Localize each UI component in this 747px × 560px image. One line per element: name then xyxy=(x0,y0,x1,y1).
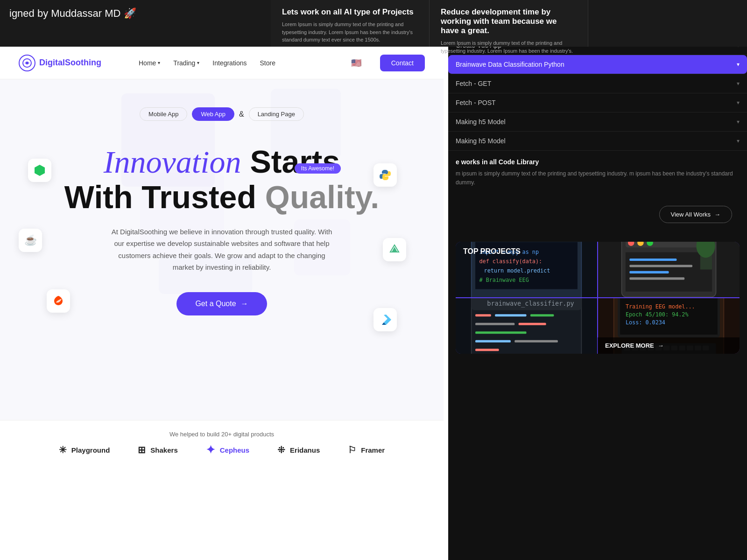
logo-text: DigitalSoothing xyxy=(39,58,101,68)
project-image-2 xyxy=(598,242,740,297)
hero-title-line1: Innovation Starts xyxy=(19,144,425,180)
top-card-2: Reduce development time by working with … xyxy=(430,0,588,47)
cepheus-label: Cepheus xyxy=(220,446,249,454)
shakers-icon: ⊞ xyxy=(138,444,146,455)
lib-item-fetch-post[interactable]: Fetch - POST ▾ xyxy=(448,93,747,112)
hero-section: ☕ xyxy=(0,79,444,359)
partner-eridanus: ⁜ Eridanus xyxy=(277,444,320,455)
partner-shakers: ⊞ Shakers xyxy=(138,444,177,455)
hero-badge: Its Awesome! xyxy=(295,163,341,174)
svg-text:Training EEG model...: Training EEG model... xyxy=(626,304,695,310)
top-card-2-desc: Lorem Ipsum is simply dummy text of the … xyxy=(441,39,577,55)
view-all-works-button[interactable]: View All Works → xyxy=(659,206,733,223)
top-card-2-title: Reduce development time by working with … xyxy=(441,7,577,35)
hero-starts-word: Starts xyxy=(241,144,340,179)
logo-text-regular: Digital xyxy=(39,58,65,67)
nav-link-integrations[interactable]: Integrations xyxy=(212,59,247,67)
lib-item-making-h5-2[interactable]: Making h5 Model ▾ xyxy=(448,132,747,151)
chevron-down-icon-2: ▾ xyxy=(737,80,740,87)
explore-more-button[interactable]: EXPLORE MORE → xyxy=(598,337,740,354)
hero-quality-word: Quality. xyxy=(265,179,379,215)
svg-rect-19 xyxy=(499,293,554,296)
code-library-section: e works in all Code Library m ipsum is s… xyxy=(448,151,747,195)
chevron-down-icon-4: ▾ xyxy=(737,119,740,125)
hero-cta: Get a Quote → xyxy=(19,292,425,315)
partners-intro: We helped to build 20+ digital products xyxy=(169,431,274,438)
lib-item-fetch-get[interactable]: Fetch - GET ▾ xyxy=(448,74,747,93)
top-card-1-title: Lets work on all AI type of Projects xyxy=(282,7,418,17)
get-quote-button[interactable]: Get a Quote → xyxy=(176,292,267,315)
chevron-down-icon-5: ▾ xyxy=(737,138,740,144)
hero-with-trusted: With Trusted xyxy=(64,179,265,215)
nav-links: Home ▾ Trading ▾ Integrations Store xyxy=(139,59,332,67)
hero-title: Innovation Starts With Trusted Quality. xyxy=(19,144,425,215)
pill-web-app[interactable]: Web App xyxy=(192,107,234,121)
pill-amp: & xyxy=(239,110,244,119)
lib-item-brainwave[interactable]: Brainwave Data Classification Python ▾ xyxy=(448,55,747,74)
cepheus-icon: ✦ xyxy=(206,443,215,456)
svg-rect-37 xyxy=(475,315,491,317)
svg-rect-29 xyxy=(629,271,669,273)
svg-rect-42 xyxy=(475,332,526,334)
project-image-3: brainwave_classifier.py xyxy=(456,298,597,354)
nav-link-trading[interactable]: Trading ▾ xyxy=(173,59,199,67)
top-cards: Lets work on all AI type of Projects Lor… xyxy=(271,0,588,47)
eridanus-label: Eridanus xyxy=(290,446,320,454)
svg-rect-44 xyxy=(514,340,558,343)
cta-arrow-icon: → xyxy=(241,300,248,308)
explore-label: EXPLORE MORE xyxy=(605,342,654,349)
chevron-down-icon-1: ▾ xyxy=(737,61,740,68)
nav-link-store[interactable]: Store xyxy=(260,59,275,67)
svg-rect-40 xyxy=(475,323,514,325)
svg-rect-41 xyxy=(519,323,546,325)
banner-designer-text: igned by Muddassar MD 🚀 xyxy=(9,7,136,20)
svg-text:Loss: 0.0234: Loss: 0.0234 xyxy=(626,320,665,326)
pill-landing-page[interactable]: Landing Page xyxy=(249,107,304,121)
lib-item-fetch-post-label: Fetch - POST xyxy=(456,99,496,106)
svg-rect-39 xyxy=(530,315,554,317)
main-site: DigitalSoothing Home ▾ Trading ▾ Integra… xyxy=(0,47,444,467)
top-banner: igned by Muddassar MD 🚀 Lets work on all… xyxy=(0,0,747,47)
lib-item-making-h5-1-label: Making h5 Model xyxy=(456,118,506,126)
hero-title-line2: With Trusted Quality. xyxy=(19,180,425,215)
framer-label: Framer xyxy=(361,446,385,454)
svg-rect-43 xyxy=(475,340,511,343)
view-all-arrow-icon: → xyxy=(714,211,720,218)
view-all-label: View All Works xyxy=(671,211,711,218)
svg-text:def classify(data):: def classify(data): xyxy=(479,258,543,265)
hero-content: Mobile App Web App & Landing Page Its Aw… xyxy=(19,107,425,315)
lib-item-making-h5-1[interactable]: Making h5 Model ▾ xyxy=(448,112,747,132)
hero-pills: Mobile App Web App & Landing Page xyxy=(19,107,425,121)
explore-arrow-icon: → xyxy=(658,342,664,349)
nav-link-home[interactable]: Home ▾ xyxy=(139,59,160,67)
svg-text:Epoch 45/100: 94.2%: Epoch 45/100: 94.2% xyxy=(626,312,689,318)
playground-label: Playground xyxy=(71,446,110,454)
svg-rect-30 xyxy=(629,278,684,280)
partners-logos: ✳ Playground ⊞ Shakers ✦ Cepheus ⁜ Erida… xyxy=(59,443,385,456)
eridanus-icon: ⁜ xyxy=(277,444,285,455)
view-all-wrapper: View All Works → xyxy=(448,195,747,234)
pill-mobile-app[interactable]: Mobile App xyxy=(140,107,187,121)
nav-logo[interactable]: DigitalSoothing xyxy=(19,55,101,71)
contact-button[interactable]: Contact xyxy=(380,55,425,71)
navbar: DigitalSoothing Home ▾ Trading ▾ Integra… xyxy=(0,47,444,79)
svg-point-1 xyxy=(26,62,28,64)
logo-icon xyxy=(19,55,35,71)
partner-framer: ⚐ Framer xyxy=(348,444,385,455)
code-lib-desc: m ipsum is simply dummy text of the prin… xyxy=(456,169,740,187)
top-card-1-desc: Lorem Ipsum is simply dummy text of the … xyxy=(282,21,418,44)
svg-text:brainwave_classifier.py: brainwave_classifier.py xyxy=(487,300,574,308)
top-projects-title: TOP PROJECTS xyxy=(463,247,521,256)
svg-text:# Brainwave EEG: # Brainwave EEG xyxy=(479,277,529,284)
top-projects-section: TOP PROJECTS import numpy as np def clas… xyxy=(456,242,740,354)
hero-italic-word: Innovation xyxy=(104,144,241,180)
code-lib-title: e works in all Code Library xyxy=(456,158,740,166)
partner-playground: ✳ Playground xyxy=(59,444,110,455)
partners-bar: We helped to build 20+ digital products … xyxy=(0,420,444,467)
hero-description: At DigitalSoothing we believe in innovat… xyxy=(110,226,334,273)
lib-item-brainwave-label: Brainwave Data Classification Python xyxy=(456,61,564,68)
cta-label: Get a Quote xyxy=(195,300,236,308)
framer-icon: ⚐ xyxy=(348,444,356,455)
flag-icon[interactable]: 🇺🇸 xyxy=(351,58,361,68)
top-card-1: Lets work on all AI type of Projects Lor… xyxy=(271,0,430,47)
